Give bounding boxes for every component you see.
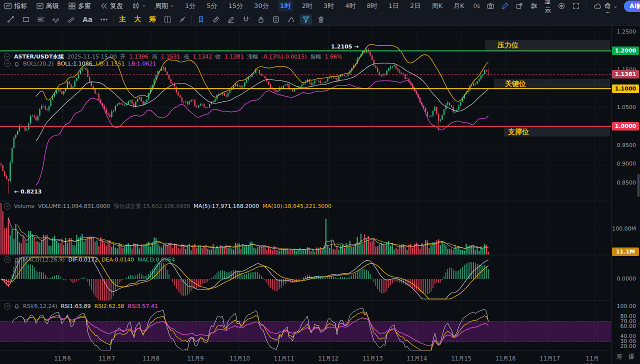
vertical-scrollbar[interactable] <box>638 174 640 197</box>
legend-value: 高 <box>152 53 158 60</box>
axis-tick: 0.8500 <box>617 180 636 186</box>
chevron-down-icon <box>170 4 174 8</box>
legend-value: MACD:0.0064 <box>138 256 175 263</box>
collapse-pane-icon[interactable] <box>4 54 10 60</box>
axis-tick: 0.9500 <box>617 142 636 148</box>
price-chart-svg[interactable] <box>0 26 611 351</box>
recttool-tool-icon[interactable] <box>20 14 32 24</box>
legend-value: 开 <box>120 53 126 60</box>
record-target-icon[interactable] <box>558 2 566 10</box>
timeframe-月K[interactable]: 月K <box>452 0 466 12</box>
toolbar-item-指标[interactable]: 指标 <box>4 2 27 10</box>
draw-tool-主[interactable]: 主 <box>116 15 128 24</box>
liquidation-toggle[interactable]: 爆 <box>628 352 634 361</box>
axis-tick: 1.0500 <box>617 104 636 110</box>
timeframe-2日[interactable]: 2日 <box>408 0 422 12</box>
price-axis-column[interactable]: 1.25001.15001.05000.95000.90000.8500100.… <box>611 26 640 364</box>
date-label: 11月10 <box>230 355 250 362</box>
refresh-countdown: 0s <box>473 2 480 10</box>
more-tool-icon[interactable] <box>98 14 110 24</box>
timeframe-8时[interactable]: 8时 <box>365 0 380 12</box>
legend-value: 1.1531 <box>161 54 180 60</box>
boll-legend: BOLL(20,2)BOLL:1.1086UB:1.1551LB:1.0621 <box>4 60 156 67</box>
ai-analysis-button[interactable]: AI解读 <box>624 0 640 12</box>
legend-value: RSI(6,12,24) <box>23 303 57 310</box>
timeframe-1日[interactable]: 1日 <box>386 0 401 12</box>
symbol-legend: ASTER/USDT永续2025-11-15 15:00开1.1396高1.15… <box>4 53 342 60</box>
note-tool-icon[interactable] <box>270 14 282 24</box>
draw-pencil-icon[interactable] <box>501 2 509 10</box>
draw-tool-大[interactable]: 大 <box>132 15 144 24</box>
alert-bell-icon[interactable] <box>14 304 20 310</box>
funnel-tool-icon[interactable] <box>300 14 312 24</box>
time-axis[interactable]: 11月611月711月811月911月1011月1111月1211月1311月1… <box>0 352 611 364</box>
toolbar-item-candle[interactable] <box>132 2 146 10</box>
channel-tool-icon[interactable] <box>65 14 77 24</box>
date-label: 11月15 <box>451 355 472 362</box>
trash-tool-icon[interactable] <box>315 14 327 24</box>
brush-tool-icon[interactable] <box>285 14 297 24</box>
ruler-tool-icon[interactable] <box>210 14 222 24</box>
legend-value: 1.1381 <box>224 54 244 60</box>
cloud-icon <box>594 2 602 10</box>
legend-value: MA(5):17,971,168.2000 <box>194 203 259 210</box>
timeframe-15分[interactable]: 15分 <box>226 0 246 12</box>
camera-icon[interactable] <box>486 2 494 10</box>
axis-tick: 0.9000 <box>617 160 636 167</box>
crossline-tool-icon[interactable] <box>176 14 188 24</box>
macd-histogram <box>0 257 488 301</box>
collapse-pane-icon[interactable] <box>4 303 10 310</box>
axis-tick: 100.00 <box>617 303 636 310</box>
timeframe-3时[interactable]: 3时 <box>322 0 336 12</box>
draw-tool-筹[interactable]: 筹 <box>146 15 158 24</box>
toolbar-item-多窗[interactable]: 多窗 <box>68 2 91 10</box>
collapse-pane-icon[interactable] <box>4 256 10 263</box>
timeframe-1时[interactable]: 1时 <box>278 0 293 12</box>
legend-value: BOLL(20,2) <box>23 60 54 67</box>
lock-tool-icon[interactable] <box>255 14 267 24</box>
timeframe-1分[interactable]: 1分 <box>183 0 198 12</box>
low-price-marker: ← 0.8213 <box>14 188 42 195</box>
price-badge: 1.0000 <box>612 122 639 130</box>
timeframe-30分[interactable]: 30分 <box>252 0 271 12</box>
resistance-annotation[interactable]: 压力位 <box>485 40 610 50</box>
magnet-tool-icon[interactable] <box>240 14 252 24</box>
replay-icon <box>100 2 108 10</box>
alert-bell-icon[interactable] <box>14 61 20 67</box>
trading-app-window: 指标高级多窗复盘周期 1分5分15分30分1时2时3时4时8时1日2日周K月K … <box>0 0 640 364</box>
date-label: 11月12 <box>318 355 338 362</box>
key-level-annotation[interactable]: 关键位 <box>494 79 610 88</box>
popout-window-icon[interactable] <box>516 2 524 10</box>
bookmark-tool-icon[interactable] <box>195 14 207 24</box>
legend-value: 低 <box>184 53 190 60</box>
timeframe-4时[interactable]: 4时 <box>343 0 358 12</box>
pencil2-tool-icon[interactable] <box>225 14 237 24</box>
legend-value: DIF:0.0172 <box>68 256 98 263</box>
support-annotation[interactable]: 支撑位 <box>504 127 610 136</box>
hlines-tool-icon[interactable] <box>35 14 47 24</box>
toolbar-item-周期[interactable]: 周期 <box>155 2 174 10</box>
wave-tool-icon[interactable] <box>50 14 62 24</box>
flip-tool-icon[interactable] <box>162 14 174 24</box>
fullscreen-icon[interactable] <box>572 2 580 10</box>
toolbar-item-复盘[interactable]: 复盘 <box>100 2 123 10</box>
axis-tick: 100.00M <box>612 226 636 232</box>
toolbar-item-高级[interactable]: 高级 <box>36 2 59 10</box>
timeframe-周K[interactable]: 周K <box>430 0 444 12</box>
date-label: 11月7 <box>98 355 115 362</box>
price-badge: 1.1381 <box>612 70 639 78</box>
timeframe-2时[interactable]: 2时 <box>300 0 314 12</box>
legend-value: 1.1342 <box>193 54 212 60</box>
timeframe-5分[interactable]: 5分 <box>204 0 219 12</box>
collapse-pane-icon[interactable] <box>4 203 10 210</box>
legend-value: RSI1:63.89 <box>60 303 90 310</box>
date-label: 11月8 <box>143 355 160 362</box>
collapse-pane-icon[interactable] <box>4 60 10 67</box>
alert-bell-icon[interactable] <box>14 257 20 263</box>
trendline-tool-icon[interactable] <box>5 14 17 24</box>
chips-toggle[interactable]: 筹 <box>616 352 622 361</box>
settings-list-icon[interactable] <box>530 2 538 10</box>
advanced-icon <box>36 2 44 10</box>
legend-value: MA(10):18,645,221.3000 <box>262 203 332 210</box>
draw-tool-Aa[interactable]: Aa <box>80 16 95 24</box>
